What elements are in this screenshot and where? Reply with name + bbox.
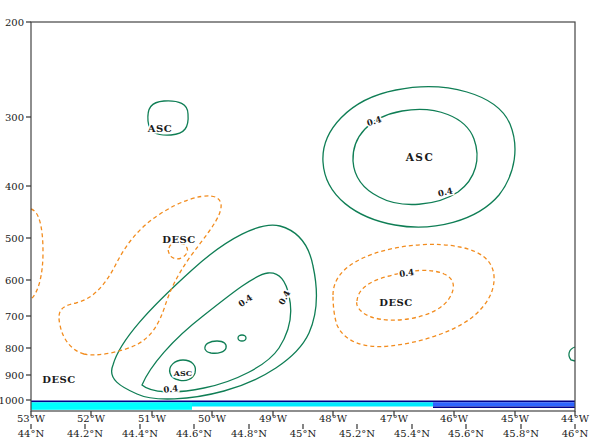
- y-axis-tick-label: 900: [5, 370, 24, 381]
- surface-bar-segment: [192, 402, 433, 406]
- longitude-tick-label: 46°W: [440, 413, 469, 424]
- y-axis-tick-label: 600: [5, 275, 24, 286]
- latitude-tick-label: 45.4°N: [394, 428, 430, 439]
- longitude-tick-label: 49°W: [259, 413, 288, 424]
- y-axis-tick-label: 200: [5, 17, 24, 28]
- longitude-tick-label: 48°W: [319, 413, 348, 424]
- asc-contour-right-edge-arc: [569, 347, 575, 361]
- desc-contour-left-outer: [59, 196, 221, 355]
- contour-plot-canvas: 200300400500600700800900100053°W52°W51°W…: [0, 0, 600, 441]
- desc-contour-left-edge: [31, 209, 43, 299]
- surface-bar-segment: [31, 402, 192, 410]
- contour-label-asc: ASC: [405, 151, 435, 163]
- axis-ticks: [26, 22, 575, 429]
- desc-contour-right-outer: [333, 244, 494, 346]
- longitude-tick-label: 45°W: [501, 413, 530, 424]
- surface-bar-segment: [433, 402, 575, 406]
- y-axis-tick-label: 300: [5, 112, 24, 123]
- contour-label-desc: DESC: [379, 297, 412, 308]
- contour-label-desc: DESC: [42, 374, 75, 385]
- latitude-tick-label: 44°N: [18, 428, 45, 439]
- latitude-tick-label: 44.4°N: [122, 428, 158, 439]
- y-axis-tick-label: 1000: [0, 395, 24, 406]
- longitude-tick-label: 51°W: [138, 413, 167, 424]
- desc-contour-left-inner: [168, 243, 187, 259]
- y-axis-tick-label: 700: [5, 311, 24, 322]
- longitude-tick-label: 44°W: [561, 413, 590, 424]
- contour-label-asc: ASC: [173, 368, 192, 378]
- contour-label-0-4: 0.4: [437, 185, 454, 198]
- contour-label-asc: ASC: [147, 123, 172, 134]
- latitude-tick-label: 46°N: [562, 428, 589, 439]
- contour-label-0-4: 0.4: [365, 114, 382, 128]
- surface-bar-segment: [31, 401, 575, 403]
- contour-label-0-4: 0.4: [163, 383, 179, 394]
- latitude-tick-label: 44.2°N: [67, 428, 103, 439]
- contour-label-desc: DESC: [162, 234, 195, 245]
- longitude-tick-label: 53°W: [17, 413, 46, 424]
- pressure-cross-section-plot: 200300400500600700800900100053°W52°W51°W…: [0, 0, 600, 441]
- latitude-tick-label: 45.2°N: [339, 428, 375, 439]
- axis-labels: 200300400500600700800900100053°W52°W51°W…: [0, 17, 590, 440]
- longitude-tick-label: 50°W: [198, 413, 227, 424]
- y-axis-tick-label: 500: [5, 233, 24, 244]
- contour-label-0-4: 0.4: [236, 292, 254, 309]
- contour-annotations: ASCASC0.40.4DESCDESC0.4ASC0.40.40.4DESC: [42, 114, 453, 395]
- y-axis-tick-label: 400: [5, 181, 24, 192]
- desc-contours: [31, 196, 494, 355]
- latitude-tick-label: 45°N: [290, 428, 317, 439]
- latitude-tick-label: 44.8°N: [231, 428, 267, 439]
- asc-contour-central-inner: [142, 273, 291, 392]
- longitude-tick-label: 52°W: [77, 413, 106, 424]
- latitude-tick-label: 44.6°N: [176, 428, 212, 439]
- asc-contour-core-ellipse: [205, 341, 226, 353]
- latitude-tick-label: 45.6°N: [448, 428, 484, 439]
- latitude-tick-label: 45.8°N: [503, 428, 539, 439]
- y-axis-tick-label: 800: [5, 343, 24, 354]
- asc-contour-core-dot: [238, 335, 246, 341]
- surface-bar-segment: [433, 407, 575, 409]
- asc-contour-central-outer: [112, 225, 317, 399]
- contour-label-0-4: 0.4: [399, 267, 415, 279]
- surface-layer-bar: [31, 401, 575, 410]
- longitude-tick-label: 47°W: [380, 413, 409, 424]
